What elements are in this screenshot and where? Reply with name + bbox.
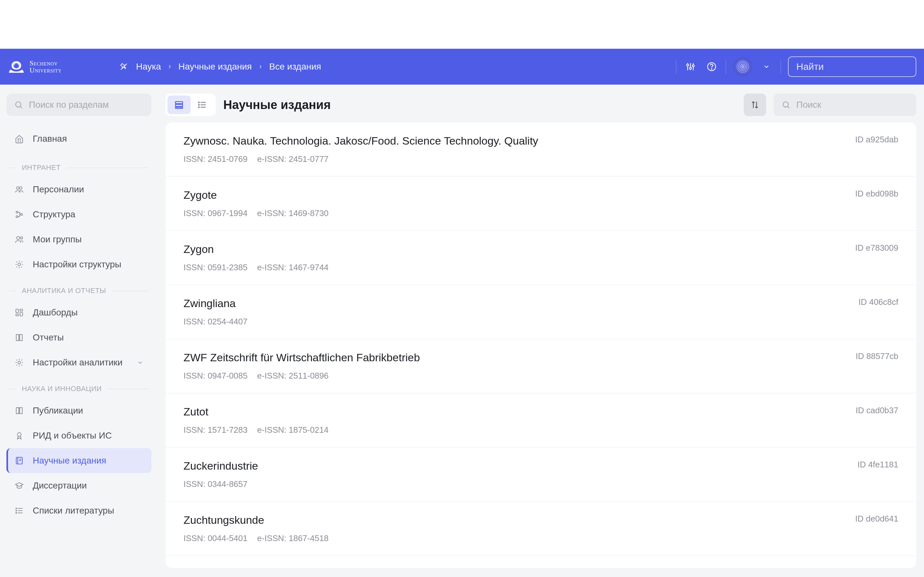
top-whitespace [0, 0, 924, 49]
sidebar-search[interactable] [6, 93, 152, 116]
result-row[interactable]: Zygote ISSN: 0967-1994e-ISSN: 1469-8730 … [166, 177, 916, 231]
sliders-icon [686, 62, 695, 71]
sidebar-section-header: АНАЛИТИКА И ОТЧЕТЫ [6, 277, 152, 300]
tree-icon [14, 210, 24, 219]
sidebar-item-label: РИД и объекты ИС [33, 430, 111, 441]
result-title: Zygote [184, 189, 898, 201]
svg-point-16 [16, 102, 21, 107]
help-icon [707, 62, 716, 71]
list-icon [14, 506, 24, 516]
sidebar: Главная ИНТРАНЕТПерсоналииСтруктураМои г… [0, 85, 158, 577]
issn-value: ISSN: 0591-2385 [184, 263, 247, 272]
header-divider [726, 60, 726, 74]
result-row[interactable]: Zywnosc. Nauka. Technologia. Jakosc/Food… [166, 122, 916, 177]
view-list-button[interactable] [191, 95, 214, 114]
svg-point-33 [17, 433, 21, 437]
home-icon [14, 134, 24, 144]
svg-point-42 [16, 510, 17, 511]
sidebar-item-label: Персоналии [33, 184, 84, 195]
svg-point-12 [740, 64, 745, 69]
issn-value: ISSN: 0967-1994 [184, 208, 247, 218]
issn-value: ISSN: 0344-8657 [184, 479, 247, 489]
result-meta: ISSN: 0254-4407 [184, 317, 898, 327]
svg-line-17 [20, 106, 22, 108]
global-search-input[interactable] [796, 61, 918, 72]
result-meta: ISSN: 2451-0769e-ISSN: 2451-0777 [184, 154, 898, 164]
sort-icon [750, 100, 760, 110]
logo-text: Sechenov University [29, 60, 61, 74]
eissn-value: e-ISSN: 1875-0214 [257, 425, 328, 435]
sidebar-item-label: Настройки аналитики [33, 358, 123, 367]
gear-icon [14, 259, 24, 269]
issn-value: ISSN: 0947-0085 [184, 371, 247, 381]
sidebar-item-rid[interactable]: РИД и объекты ИС [6, 423, 152, 448]
result-row[interactable]: Zutot ISSN: 1571-7283e-ISSN: 1875-0214 I… [166, 393, 916, 448]
result-id: ID a925dab [855, 135, 898, 145]
view-cards-button[interactable] [168, 95, 191, 114]
svg-rect-28 [20, 313, 23, 316]
svg-rect-27 [20, 309, 23, 311]
sidebar-item-mygroups[interactable]: Мои группы [6, 227, 152, 252]
graduation-icon [14, 480, 24, 491]
body-wrap: Главная ИНТРАНЕТПерсоналииСтруктураМои г… [0, 85, 924, 577]
result-meta: ISSN: 0344-8657 [184, 479, 898, 489]
sidebar-item-struct-settings[interactable]: Настройки структуры [6, 252, 152, 277]
sidebar-item-label: Списки литературы [33, 506, 114, 516]
result-id: ID e783009 [855, 243, 898, 253]
sidebar-item-journals[interactable]: Научные издания [6, 448, 152, 473]
result-id: ID 4fe1181 [858, 460, 898, 470]
sidebar-item-label: Главная [33, 134, 67, 144]
sidebar-item-structure[interactable]: Структура [6, 202, 152, 227]
result-row[interactable]: Zuckerindustrie ISSN: 0344-8657 ID 4fe11… [166, 448, 916, 502]
pin-button[interactable] [120, 62, 128, 71]
chevron-right-icon [258, 64, 263, 69]
app-header: Sechenov University Наука Научные издани… [0, 49, 924, 85]
sidebar-item-dissertations[interactable]: Диссертации [6, 473, 152, 498]
sidebar-item-reports[interactable]: Отчеты [6, 325, 152, 350]
svg-point-53 [783, 102, 788, 107]
breadcrumb-item-2[interactable]: Все издания [269, 61, 321, 72]
svg-point-19 [19, 187, 22, 189]
result-meta: ISSN: 0044-5401e-ISSN: 1867-4518 [184, 533, 898, 543]
sort-button[interactable] [744, 93, 766, 116]
sidebar-item-home[interactable]: Главная [6, 126, 152, 151]
result-id: ID cad0b37 [856, 406, 898, 416]
breadcrumb-item-1[interactable]: Научные издания [178, 61, 252, 72]
sidebar-item-analytics-settings[interactable]: Настройки аналитики [6, 350, 152, 375]
result-meta: ISSN: 0947-0085e-ISSN: 2511-0896 [184, 371, 898, 381]
main-search-input[interactable] [796, 100, 911, 110]
svg-point-41 [16, 508, 17, 509]
result-meta: ISSN: 0967-1994e-ISSN: 1469-8730 [184, 208, 898, 218]
logo-area: Sechenov University [8, 60, 136, 74]
sidebar-item-publications[interactable]: Публикации [6, 398, 152, 423]
result-meta: ISSN: 0591-2385e-ISSN: 1467-9744 [184, 263, 898, 272]
svg-rect-44 [176, 102, 183, 103]
sidebar-search-input[interactable] [29, 100, 144, 110]
sidebar-item-references[interactable]: Списки литературы [6, 498, 152, 523]
user-menu-toggle[interactable] [759, 60, 774, 74]
result-title: Zywnosc. Nauka. Technologia. Jakosc/Food… [184, 135, 898, 147]
main-search[interactable] [774, 93, 916, 116]
breadcrumb-item-0[interactable]: Наука [136, 61, 161, 72]
list-icon [197, 100, 207, 110]
user-avatar[interactable] [733, 57, 752, 76]
sidebar-item-label: Структура [33, 210, 75, 219]
help-button[interactable] [704, 60, 719, 74]
sidebar-item-dashboards[interactable]: Дашборды [6, 300, 152, 325]
result-id: ID 88577cb [856, 351, 898, 361]
result-row[interactable]: Zuchtungskunde ISSN: 0044-5401e-ISSN: 18… [166, 502, 916, 556]
result-row[interactable]: Zwingliana ISSN: 0254-4407 ID 406c8cf [166, 285, 916, 339]
breadcrumb: Наука Научные издания Все издания [136, 61, 321, 72]
svg-point-31 [18, 361, 21, 364]
result-row[interactable]: ZWF Zeitschrift für Wirtschaftlichen Fab… [166, 339, 916, 393]
svg-point-5 [690, 67, 691, 69]
settings-sliders-button[interactable] [683, 60, 698, 74]
book-icon [14, 332, 24, 343]
sidebar-item-personnel[interactable]: Персоналии [6, 177, 152, 202]
main-header: Научные издания [166, 93, 916, 116]
header-divider [780, 60, 781, 74]
result-title: Zuckerindustrie [184, 460, 898, 472]
global-search[interactable] [788, 56, 916, 77]
svg-point-11 [738, 63, 747, 71]
result-row[interactable]: Zygon ISSN: 0591-2385e-ISSN: 1467-9744 I… [166, 231, 916, 285]
